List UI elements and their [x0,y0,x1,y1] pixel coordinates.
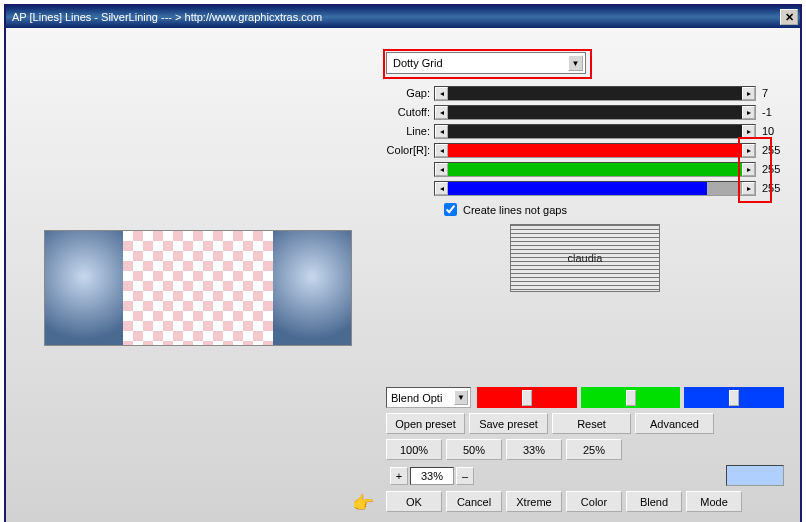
zoom-50-button[interactable]: 50% [446,439,502,460]
slider-cutoff-row: Cutoff: ◂▸ -1 [386,103,784,121]
slider-cutoff[interactable]: ◂▸ [434,105,756,120]
zoom-plus-button[interactable]: + [390,467,408,485]
client-area: Dotty Grid ▼ Gap: ◂▸ 7 Cutoff: ◂▸ -1 Lin… [6,28,800,522]
slider-color-b[interactable]: ◂▸ [434,181,756,196]
slider-line-value[interactable]: 10 [758,124,784,138]
zoom-25-button[interactable]: 25% [566,439,622,460]
save-preset-button[interactable]: Save preset [469,413,548,434]
highlight-rgb-values [738,137,772,203]
ok-button[interactable]: OK [386,491,442,512]
create-lines-checkbox[interactable] [444,203,457,216]
slider-color-r[interactable]: ◂▸ [434,143,756,158]
color-button[interactable]: Color [566,491,622,512]
slider-color-g-row: ◂▸ 255 [386,160,784,178]
footer-buttons-row: 👉 OK Cancel Xtreme Color Blend Mode [386,491,784,512]
slider-cutoff-label: Cutoff: [386,106,434,118]
slider-gap-row: Gap: ◂▸ 7 [386,84,784,102]
color-swatch[interactable] [726,465,784,486]
slider-line[interactable]: ◂▸ [434,124,756,139]
reset-button[interactable]: Reset [552,413,631,434]
blend-button[interactable]: Blend [626,491,682,512]
close-button[interactable]: ✕ [780,9,798,25]
slider-color-b-row: ◂▸ 255 [386,179,784,197]
plugin-window: AP [Lines] Lines - SilverLining --- > ht… [4,4,802,522]
zoom-value[interactable]: 33% [410,467,454,485]
blend-sliders-row: Blend Opti ▼ [386,387,784,408]
blend-slider-blue[interactable] [684,387,784,408]
zoom-100-button[interactable]: 100% [386,439,442,460]
create-lines-checkbox-row: Create lines not gaps [444,203,784,216]
slider-line-label: Line: [386,125,434,137]
slider-color-r-row: Color[R]: ◂▸ 255 [386,141,784,159]
cancel-button[interactable]: Cancel [446,491,502,512]
preview-checker [123,231,273,345]
preview-shade-right [273,231,351,345]
mode-button[interactable]: Mode [686,491,742,512]
window-title: AP [Lines] Lines - SilverLining --- > ht… [8,11,322,23]
slider-line-row: Line: ◂▸ 10 [386,122,784,140]
blend-options-select[interactable]: Blend Opti ▼ [386,387,471,408]
advanced-button[interactable]: Advanced [635,413,714,434]
bottom-panel: Blend Opti ▼ Open preset Save preset Res… [386,387,784,512]
create-lines-label: Create lines not gaps [463,204,567,216]
titlebar: AP [Lines] Lines - SilverLining --- > ht… [6,6,800,28]
zoom-minus-button[interactable]: – [456,467,474,485]
slider-gap[interactable]: ◂▸ [434,86,756,101]
preset-buttons-row: Open preset Save preset Reset Advanced [386,413,784,434]
slider-color-r-label: Color[R]: [386,144,434,156]
zoom-presets-row: 100% 50% 33% 25% [386,439,784,460]
blend-slider-green[interactable] [581,387,681,408]
blend-slider-red[interactable] [477,387,577,408]
slider-color-g[interactable]: ◂▸ [434,162,756,177]
slider-cutoff-value[interactable]: -1 [758,105,784,119]
open-preset-button[interactable]: Open preset [386,413,465,434]
slider-gap-label: Gap: [386,87,434,99]
pointing-hand-icon: 👉 [352,492,374,514]
logo-claudia: claudia [510,224,660,292]
highlight-preset [383,49,592,79]
chevron-down-icon: ▼ [454,390,468,405]
zoom-33-button[interactable]: 33% [506,439,562,460]
preview-shade-left [45,231,123,345]
preview-panel [44,230,352,346]
zoom-spinner-row: + 33% – [386,465,784,486]
slider-gap-value[interactable]: 7 [758,86,784,100]
controls-panel: Dotty Grid ▼ Gap: ◂▸ 7 Cutoff: ◂▸ -1 Lin… [386,52,784,292]
xtreme-button[interactable]: Xtreme [506,491,562,512]
